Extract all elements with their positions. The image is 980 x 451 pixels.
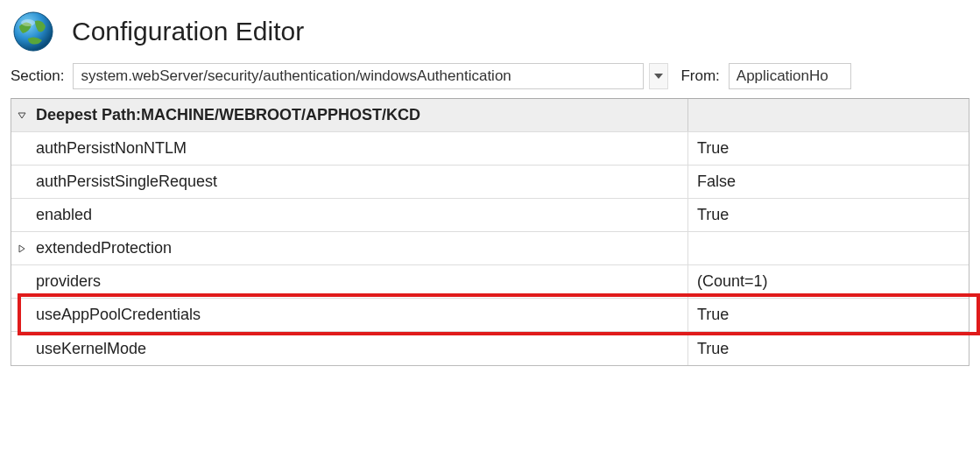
from-input[interactable] bbox=[729, 63, 851, 89]
grid-header-row[interactable]: Deepest Path: MACHINE/WEBROOT/APPHOST/KC… bbox=[11, 99, 969, 132]
grid-row[interactable]: useAppPoolCredentials True bbox=[11, 299, 969, 332]
prop-name: useAppPoolCredentials bbox=[36, 306, 201, 324]
property-grid: Deepest Path: MACHINE/WEBROOT/APPHOST/KC… bbox=[11, 98, 969, 366]
prop-name: extendedProtection bbox=[36, 239, 172, 257]
svg-point-1 bbox=[21, 19, 35, 26]
grid-row[interactable]: authPersistSingleRequest False bbox=[11, 166, 969, 199]
deepest-path-label: Deepest Path: bbox=[36, 106, 141, 124]
prop-name: providers bbox=[36, 272, 101, 291]
grid-row[interactable]: enabled True bbox=[11, 199, 969, 232]
expand-icon[interactable] bbox=[11, 232, 32, 264]
grid-row[interactable]: providers (Count=1) bbox=[11, 265, 969, 299]
grid-row[interactable]: extendedProtection bbox=[11, 232, 969, 265]
grid-row[interactable]: authPersistNonNTLM True bbox=[11, 132, 969, 166]
collapse-icon[interactable] bbox=[11, 99, 32, 131]
prop-name: authPersistNonNTLM bbox=[36, 139, 187, 158]
prop-value: False bbox=[697, 173, 736, 191]
prop-value: True bbox=[697, 206, 729, 224]
from-label: From: bbox=[680, 67, 719, 85]
deepest-path-value: MACHINE/WEBROOT/APPHOST/KCD bbox=[141, 106, 420, 124]
section-label: Section: bbox=[11, 67, 64, 85]
section-dropdown-button[interactable] bbox=[649, 63, 668, 89]
prop-name: enabled bbox=[36, 206, 92, 224]
grid-row[interactable]: useKernelMode True bbox=[11, 332, 969, 365]
page-title: Configuration Editor bbox=[72, 17, 304, 46]
prop-value: True bbox=[697, 306, 729, 324]
svg-point-0 bbox=[14, 12, 53, 51]
prop-value: True bbox=[697, 340, 729, 358]
prop-value: (Count=1) bbox=[697, 272, 768, 291]
prop-name: authPersistSingleRequest bbox=[36, 173, 217, 191]
section-input[interactable] bbox=[73, 63, 644, 89]
toolbar: Section: From: bbox=[0, 60, 980, 98]
prop-value: True bbox=[697, 139, 729, 158]
editor-header: Configuration Editor bbox=[0, 0, 980, 60]
prop-name: useKernelMode bbox=[36, 340, 146, 358]
globe-icon bbox=[11, 9, 56, 54]
